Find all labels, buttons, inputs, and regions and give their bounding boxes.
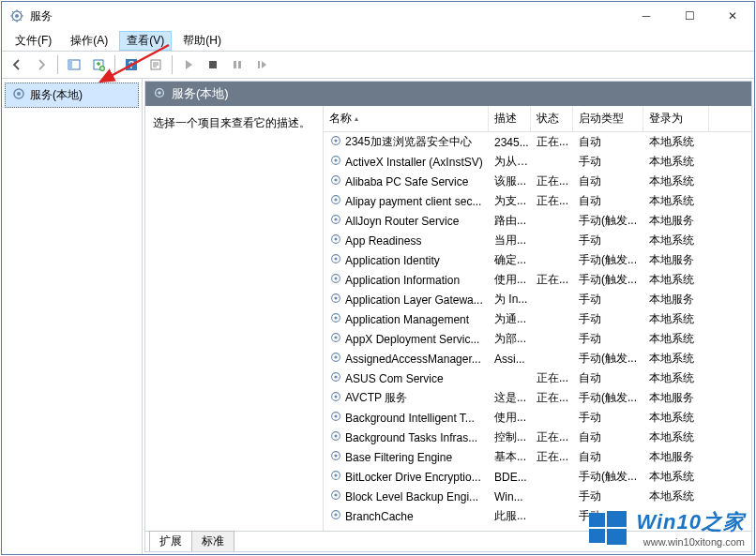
help-button[interactable]: ?: [120, 53, 143, 76]
start-service-button[interactable]: [177, 53, 200, 76]
menubar: 文件(F) 操作(A) 查看(V) 帮助(H): [2, 30, 754, 51]
service-row[interactable]: Alibaba PC Safe Service该服...正在...自动本地系统: [324, 172, 751, 191]
minimize-button[interactable]: ─: [625, 2, 668, 30]
service-row[interactable]: ActiveX Installer (AxInstSV)为从 ...手动本地系统: [324, 152, 751, 172]
stop-service-button[interactable]: [202, 53, 224, 76]
service-row[interactable]: AllJoyn Router Service路由...手动(触发...本地服务: [324, 211, 751, 231]
toolbar: ?: [2, 51, 754, 79]
service-row[interactable]: Application Layer Gatewa...为 In...手动本地服务: [324, 290, 751, 309]
gear-icon: [329, 292, 342, 308]
service-startup: 手动(触发...: [575, 390, 645, 406]
gear-icon: [329, 233, 342, 248]
service-desc: 为 In...: [491, 292, 533, 308]
show-hide-tree-button[interactable]: [63, 53, 85, 76]
column-name[interactable]: 名称▴: [324, 106, 489, 131]
service-name: Application Identity: [345, 254, 440, 267]
service-logon: 本地系统: [645, 429, 711, 445]
export-list-button[interactable]: [87, 53, 110, 76]
service-name: ActiveX Installer (AxInstSV): [345, 156, 483, 169]
service-desc: Assi...: [491, 353, 533, 366]
service-row[interactable]: 2345加速浏览器安全中心2345...正在...自动本地系统: [324, 132, 751, 152]
svg-point-38: [334, 336, 337, 338]
menu-view[interactable]: 查看(V): [119, 31, 172, 51]
list-header: 名称▴ 描述 状态 启动类型 登录为: [324, 106, 751, 132]
service-row[interactable]: App Readiness当用...手动本地系统: [324, 231, 751, 250]
menu-action[interactable]: 操作(A): [63, 31, 115, 51]
service-name: Background Intelligent T...: [345, 412, 475, 425]
svg-rect-61: [607, 529, 627, 545]
service-name: Block Level Backup Engi...: [345, 490, 478, 503]
service-row[interactable]: AppX Deployment Servic...为部...手动本地系统: [324, 329, 751, 349]
service-status: 正在...: [533, 173, 575, 189]
service-status: 正在...: [533, 449, 575, 465]
service-row[interactable]: ASUS Com Service正在...自动本地系统: [324, 368, 751, 388]
pane-header: 服务(本地): [145, 82, 751, 106]
restart-service-button[interactable]: [250, 53, 273, 76]
service-name: Alipay payment client sec...: [345, 195, 481, 208]
svg-point-22: [334, 178, 337, 181]
back-button[interactable]: [6, 53, 28, 76]
service-row[interactable]: Application Identity确定...手动(触发...本地服务: [324, 250, 751, 270]
gear-icon: [329, 508, 342, 524]
tab-extended[interactable]: 扩展: [149, 531, 192, 551]
gear-icon: [329, 351, 342, 367]
column-startup[interactable]: 启动类型: [573, 106, 643, 131]
svg-rect-12: [258, 61, 260, 68]
forward-button[interactable]: [30, 53, 53, 76]
gear-icon: [329, 449, 342, 465]
service-startup: 手动: [575, 233, 645, 248]
service-name: Application Management: [345, 313, 469, 326]
service-logon: 本地系统: [645, 410, 711, 426]
service-status: 正在...: [533, 390, 575, 406]
tab-standard[interactable]: 标准: [191, 531, 234, 551]
service-logon: 本地系统: [645, 311, 711, 327]
service-row[interactable]: AVCTP 服务这是...正在...手动(触发...本地服务: [324, 388, 751, 408]
service-row[interactable]: BitLocker Drive Encryptio...BDE...手动(触发.…: [324, 467, 751, 487]
menu-file[interactable]: 文件(F): [8, 31, 59, 51]
toolbar-separator: [114, 55, 115, 74]
svg-point-42: [334, 375, 337, 378]
pause-service-button[interactable]: [226, 53, 249, 76]
pane-title: 服务(本地): [172, 85, 229, 102]
service-name: App Readiness: [345, 234, 421, 248]
properties-button[interactable]: [144, 53, 167, 76]
service-row[interactable]: Background Intelligent T...使用...手动本地系统: [324, 408, 751, 428]
svg-point-40: [334, 355, 337, 358]
gear-icon: [329, 410, 342, 426]
services-list[interactable]: 名称▴ 描述 状态 启动类型 登录为 2345加速浏览器安全中心2345...正…: [324, 106, 751, 531]
service-desc: 使用...: [491, 410, 533, 426]
service-row[interactable]: Application Information使用...正在...手动(触发..…: [324, 270, 751, 290]
svg-point-36: [334, 316, 337, 319]
services-app-icon: [9, 8, 24, 23]
service-logon: 本地系统: [645, 134, 711, 150]
gear-icon: [329, 272, 342, 288]
close-button[interactable]: ✕: [711, 2, 754, 30]
tree-services-local[interactable]: 服务(本地): [5, 83, 139, 108]
menu-help[interactable]: 帮助(H): [175, 31, 229, 51]
svg-point-30: [334, 257, 337, 260]
service-startup: 手动: [575, 410, 645, 426]
service-startup: 手动: [575, 154, 645, 170]
svg-point-26: [334, 218, 337, 220]
service-logon: 本地服务: [645, 213, 711, 229]
service-name: Application Layer Gatewa...: [345, 293, 483, 307]
service-row[interactable]: Block Level Backup Engi...Win...手动本地系统: [324, 487, 751, 506]
service-row[interactable]: Background Tasks Infras...控制...正在...自动本地…: [324, 428, 751, 447]
service-status: 正在...: [533, 193, 575, 209]
service-row[interactable]: Application Management为通...手动本地系统: [324, 309, 751, 329]
column-logon[interactable]: 登录为: [643, 106, 709, 131]
svg-point-56: [334, 513, 337, 516]
svg-rect-60: [589, 529, 605, 543]
svg-rect-3: [68, 60, 72, 69]
service-row[interactable]: Alipay payment client sec...为支...正在...自动…: [324, 191, 751, 211]
column-status[interactable]: 状态: [531, 106, 573, 131]
service-startup: 自动: [575, 134, 645, 150]
service-row[interactable]: AssignedAccessManager...Assi...手动(触发...本…: [324, 349, 751, 368]
svg-point-52: [334, 473, 337, 476]
maximize-button[interactable]: ☐: [668, 2, 711, 30]
svg-point-20: [334, 158, 337, 161]
service-logon: 本地系统: [645, 488, 711, 504]
service-row[interactable]: Base Filtering Engine基本...正在...自动本地服务: [324, 447, 751, 467]
column-description[interactable]: 描述: [489, 106, 531, 131]
service-desc: 这是...: [491, 390, 533, 406]
